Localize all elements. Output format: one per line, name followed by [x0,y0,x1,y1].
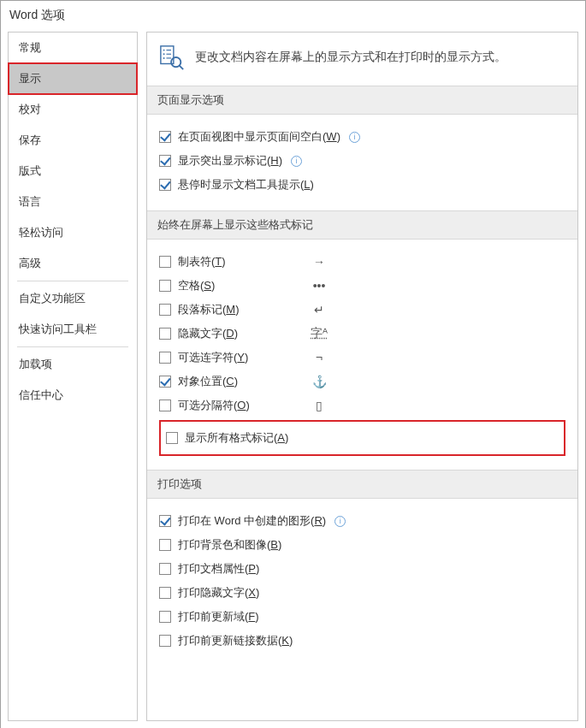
info-icon[interactable]: i [334,516,346,527]
section-title-print: 打印选项 [147,470,577,499]
option-optional-breaks[interactable]: 可选分隔符(O) ▯ [159,394,565,417]
option-label: 显示所有格式标记(A) [185,430,288,446]
checkbox[interactable] [159,352,171,364]
category-sidebar: 常规 显示 校对 保存 版式 语言 轻松访问 高级 自定义功能区 快速访问工具栏… [8,32,138,721]
option-show-whitespace[interactable]: 在页面视图中显示页面间空白(W) i [159,125,565,149]
option-object-anchors[interactable]: 对象位置(C) ⚓ [159,370,565,394]
checkbox[interactable] [159,304,171,316]
option-label: 段落标记(M) [178,302,306,317]
checkbox[interactable] [159,515,171,527]
window-title: Word 选项 [1,1,585,32]
sidebar-item-label: 保存 [19,133,41,146]
option-print-drawings[interactable]: 打印在 Word 中创建的图形(R) i [159,509,565,533]
svg-point-3 [163,57,165,59]
checkbox[interactable] [159,587,171,599]
option-label: 打印隐藏文字(X) [178,585,259,601]
option-label: 空格(S) [178,278,306,293]
option-label: 可选分隔符(O) [178,398,306,413]
tab-symbol-icon: → [306,255,332,269]
section-body-marks: 制表符(T) → 空格(S) ••• 段落标记(M) ↵ 隐藏文字(D) 字ᴬ [147,240,577,470]
sidebar-item-language[interactable]: 语言 [9,186,137,217]
option-show-highlight[interactable]: 显示突出显示标记(H) i [159,149,565,173]
option-label: 隐藏文字(D) [178,326,306,341]
option-label: 打印背景色和图像(B) [178,537,281,553]
section-title-page: 页面显示选项 [147,86,577,115]
options-dialog: Word 选项 常规 显示 校对 保存 版式 语言 轻松访问 高级 自定义功能区… [0,0,586,728]
sidebar-item-label: 信任中心 [19,388,63,401]
sidebar-item-label: 语言 [19,195,41,208]
dialog-body: 常规 显示 校对 保存 版式 语言 轻松访问 高级 自定义功能区 快速访问工具栏… [1,32,585,728]
hidden-text-symbol-icon: 字ᴬ [306,326,332,341]
section-body-page: 在页面视图中显示页面间空白(W) i 显示突出显示标记(H) i 悬停时显示文档… [147,115,577,210]
sidebar-item-label: 显示 [19,72,41,85]
anchor-symbol-icon: ⚓ [306,375,332,388]
sidebar-item-label: 校对 [19,103,41,115]
sidebar-item-label: 高级 [19,257,41,269]
option-label: 制表符(T) [178,254,306,269]
option-show-tooltips[interactable]: 悬停时显示文档工具提示(L) [159,173,565,197]
checkbox[interactable] [159,256,171,268]
option-label: 显示突出显示标记(H) [178,153,282,169]
option-update-links[interactable]: 打印前更新链接数据(K) [159,629,565,653]
content-panel: 更改文档内容在屏幕上的显示方式和在打印时的显示方式。 页面显示选项 在页面视图中… [146,32,578,721]
checkbox[interactable] [159,539,171,551]
option-tab-char[interactable]: 制表符(T) → [159,250,565,274]
info-icon[interactable]: i [291,156,302,167]
sidebar-item-customize-ribbon[interactable]: 自定义功能区 [9,283,137,314]
header-description: 更改文档内容在屏幕上的显示方式和在打印时的显示方式。 [195,50,506,65]
checkbox[interactable] [159,131,171,143]
sidebar-item-display[interactable]: 显示 [9,63,137,94]
sidebar-item-label: 快速访问工具栏 [19,323,97,335]
checkbox[interactable] [159,400,171,411]
sidebar-separator [17,281,128,281]
checkbox[interactable] [159,376,171,388]
sidebar-item-quick-access[interactable]: 快速访问工具栏 [9,314,137,345]
checkbox[interactable] [159,155,171,167]
sidebar-item-label: 常规 [19,41,41,54]
checkbox[interactable] [159,563,171,575]
checkbox[interactable] [159,611,171,623]
option-hidden-text[interactable]: 隐藏文字(D) 字ᴬ [159,322,565,346]
option-print-properties[interactable]: 打印文档属性(P) [159,557,565,581]
option-show-all-marks[interactable]: 显示所有格式标记(A) [166,429,559,447]
display-options-icon [159,44,185,70]
option-update-fields[interactable]: 打印前更新域(F) [159,605,565,629]
section-body-print: 打印在 Word 中创建的图形(R) i 打印背景色和图像(B) 打印文档属性(… [147,499,577,666]
option-label: 可选连字符(Y) [178,350,306,365]
sidebar-item-general[interactable]: 常规 [9,33,137,63]
section-title-marks: 始终在屏幕上显示这些格式标记 [147,210,577,240]
hyphen-symbol-icon: ¬ [306,351,332,364]
highlight-annotation: 显示所有格式标记(A) [159,420,565,456]
info-icon[interactable]: i [349,132,360,143]
sidebar-item-label: 轻松访问 [19,226,63,239]
option-spaces[interactable]: 空格(S) ••• [159,274,565,298]
sidebar-item-proofing[interactable]: 校对 [9,94,137,125]
sidebar-item-trust-center[interactable]: 信任中心 [9,380,137,411]
option-label: 在页面视图中显示页面间空白(W) [178,129,340,145]
option-label: 打印前更新域(F) [178,609,259,624]
checkbox[interactable] [159,179,171,191]
option-label: 悬停时显示文档工具提示(L) [178,177,314,192]
space-symbol-icon: ••• [306,279,332,293]
sidebar-item-save[interactable]: 保存 [9,125,137,156]
sidebar-item-ease-of-access[interactable]: 轻松访问 [9,217,137,248]
sidebar-item-advanced[interactable]: 高级 [9,248,137,279]
option-label: 对象位置(C) [178,374,306,389]
sidebar-item-label: 加载项 [19,358,52,370]
break-symbol-icon: ▯ [306,399,332,412]
svg-point-2 [163,53,165,55]
content-header: 更改文档内容在屏幕上的显示方式和在打印时的显示方式。 [147,33,577,86]
sidebar-item-layout[interactable]: 版式 [9,156,137,186]
option-print-hidden[interactable]: 打印隐藏文字(X) [159,581,565,605]
option-optional-hyphens[interactable]: 可选连字符(Y) ¬ [159,346,565,370]
checkbox[interactable] [159,280,171,292]
option-paragraph-marks[interactable]: 段落标记(M) ↵ [159,298,565,322]
checkbox[interactable] [159,635,171,647]
sidebar-item-addins[interactable]: 加载项 [9,349,137,380]
checkbox[interactable] [159,328,171,340]
option-print-background[interactable]: 打印背景色和图像(B) [159,533,565,557]
checkbox[interactable] [166,432,178,444]
option-label: 打印在 Word 中创建的图形(R) [178,513,326,529]
option-label: 打印前更新链接数据(K) [178,633,293,648]
paragraph-symbol-icon: ↵ [306,303,332,317]
